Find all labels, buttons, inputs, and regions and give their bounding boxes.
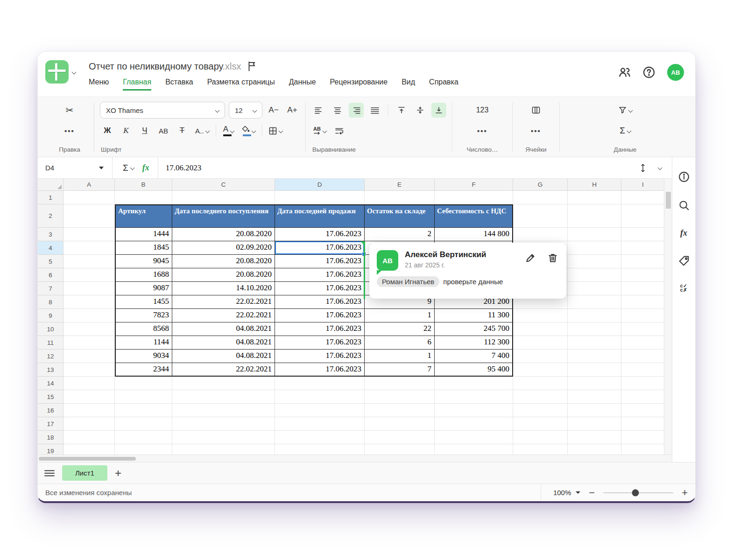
cell-C4[interactable]: 02.09.2020: [172, 241, 275, 255]
cell-I14[interactable]: [621, 377, 665, 390]
font-color-button[interactable]: А: [221, 123, 236, 138]
select-all-corner[interactable]: [38, 179, 63, 191]
cell-B18[interactable]: [115, 431, 172, 444]
cell-H4[interactable]: [568, 241, 621, 255]
cell-F3[interactable]: 144 800: [435, 228, 513, 241]
expand-formula-bar-icon[interactable]: [658, 166, 662, 170]
zoom-dropdown-icon[interactable]: [576, 491, 580, 494]
formula-input[interactable]: 17.06.2023: [158, 163, 640, 173]
cell-I4[interactable]: [621, 241, 665, 255]
tab-menu[interactable]: Меню: [89, 78, 109, 91]
cell-D7[interactable]: 17.06.2023: [275, 282, 365, 295]
zoom-out-button[interactable]: −: [589, 487, 595, 499]
fill-color-button[interactable]: [240, 123, 257, 138]
help-icon[interactable]: [643, 66, 655, 78]
cell-A9[interactable]: [63, 309, 115, 322]
cell-F14[interactable]: [435, 377, 513, 390]
row-header-18[interactable]: 18: [38, 431, 63, 444]
cell-H11[interactable]: [568, 336, 621, 350]
row-header-11[interactable]: 11: [38, 336, 63, 350]
column-header-E[interactable]: E: [365, 179, 435, 191]
cell-H9[interactable]: [568, 309, 621, 322]
cell-C5[interactable]: 20.08.2020: [172, 255, 275, 268]
text-orientation-button[interactable]: АВ: [311, 123, 328, 138]
column-header-B[interactable]: B: [115, 179, 172, 191]
column-header-H[interactable]: H: [568, 179, 621, 191]
cell-I6[interactable]: [621, 268, 665, 282]
search-icon[interactable]: [678, 200, 690, 211]
cell-D3[interactable]: 17.06.2023: [275, 228, 365, 241]
cell-G14[interactable]: [513, 377, 568, 390]
cell-A12[interactable]: [63, 350, 115, 363]
cell-C9[interactable]: 22.02.2021: [172, 309, 275, 322]
italic-button[interactable]: К: [119, 123, 134, 138]
cell-B1[interactable]: [115, 191, 172, 204]
sheet-list-icon[interactable]: [44, 469, 55, 477]
borders-button[interactable]: [267, 123, 284, 138]
cell-E11[interactable]: 6: [365, 336, 435, 350]
horizontal-scrollbar-thumb[interactable]: [39, 457, 136, 461]
cell-C16[interactable]: [172, 404, 275, 417]
add-sheet-button[interactable]: +: [115, 467, 121, 480]
zoom-in-button[interactable]: +: [682, 487, 688, 499]
cell-D1[interactable]: [275, 191, 365, 204]
cell-F12[interactable]: 7 400: [435, 350, 513, 363]
horizontal-scrollbar[interactable]: [38, 455, 672, 462]
cell-H7[interactable]: [568, 282, 621, 295]
subscript-button[interactable]: А..: [193, 123, 211, 138]
cell-F10[interactable]: 245 700: [435, 322, 513, 336]
cell-D12[interactable]: 17.06.2023: [275, 350, 365, 363]
cell-B7[interactable]: 9087: [115, 282, 172, 295]
column-header-D[interactable]: D: [275, 179, 365, 191]
cell-B3[interactable]: 1444: [115, 228, 172, 241]
decrease-font-button[interactable]: A−: [266, 103, 281, 118]
cell-C3[interactable]: 20.08.2020: [172, 228, 275, 241]
column-header-A[interactable]: A: [63, 179, 115, 191]
cell-E15[interactable]: [365, 390, 435, 404]
function-panel-icon[interactable]: fx: [680, 228, 687, 238]
cell-E9[interactable]: 1: [365, 309, 435, 322]
cell-A4[interactable]: [63, 241, 115, 255]
row-header-14[interactable]: 14: [38, 377, 63, 390]
cell-B4[interactable]: 1845: [115, 241, 172, 255]
cell-G18[interactable]: [513, 431, 568, 444]
cell-G10[interactable]: [513, 322, 568, 336]
filter-button[interactable]: [617, 103, 634, 118]
cell-B17[interactable]: [115, 417, 172, 431]
zoom-slider[interactable]: [603, 492, 673, 493]
name-box[interactable]: D4: [38, 157, 113, 178]
cell-D10[interactable]: 17.06.2023: [275, 322, 365, 336]
cell-B15[interactable]: [115, 390, 172, 404]
row-header-5[interactable]: 5: [38, 255, 63, 268]
cell-D15[interactable]: [275, 390, 365, 404]
cell-A16[interactable]: [63, 404, 115, 417]
row-header-16[interactable]: 16: [38, 404, 63, 417]
cell-C18[interactable]: [172, 431, 275, 444]
cell-A19[interactable]: [63, 444, 115, 455]
cell-B10[interactable]: 8568: [115, 322, 172, 336]
cell-G17[interactable]: [513, 417, 568, 431]
cell-G11[interactable]: [513, 336, 568, 350]
cell-E1[interactable]: [365, 191, 435, 204]
cell-D14[interactable]: [275, 377, 365, 390]
sum-button[interactable]: Σ: [618, 123, 633, 138]
cell-I3[interactable]: [621, 228, 665, 241]
row-header-15[interactable]: 15: [38, 390, 63, 404]
user-avatar[interactable]: АВ: [667, 64, 684, 81]
cell-I11[interactable]: [621, 336, 665, 350]
cell-A3[interactable]: [63, 228, 115, 241]
tab-home[interactable]: Главная: [123, 78, 151, 91]
cell-H15[interactable]: [568, 390, 621, 404]
app-logo-icon[interactable]: [45, 60, 69, 84]
cell-A10[interactable]: [63, 322, 115, 336]
autosum-button[interactable]: Σ: [121, 161, 136, 175]
cell-B14[interactable]: [115, 377, 172, 390]
cell-H3[interactable]: [568, 228, 621, 241]
row-header-2[interactable]: 2: [38, 204, 63, 228]
cell-F19[interactable]: [435, 444, 513, 455]
comment-mention[interactable]: Роман Игнатьев: [377, 276, 439, 287]
cell-H10[interactable]: [568, 322, 621, 336]
cell-A2[interactable]: [63, 204, 115, 228]
cell-G2[interactable]: [513, 204, 568, 228]
cell-D16[interactable]: [275, 404, 365, 417]
